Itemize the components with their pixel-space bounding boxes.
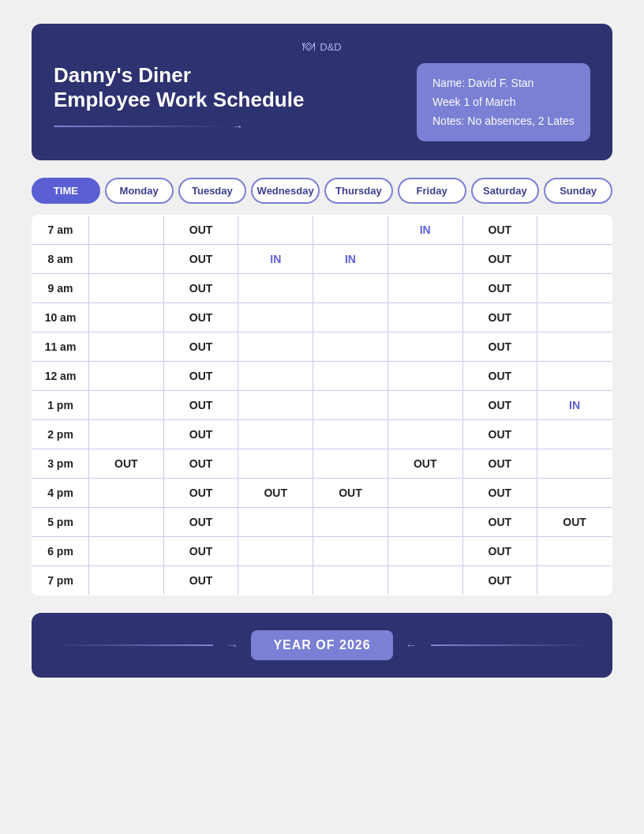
- header-body: Danny's Diner Employee Work Schedule → N…: [54, 63, 590, 141]
- cell-tue-7: OUT: [163, 420, 238, 449]
- cell-sat-6: OUT: [462, 391, 537, 420]
- cell-sat-12: OUT: [462, 566, 537, 595]
- footer-arrow-right: ←: [406, 638, 418, 652]
- time-cell-0: 7 am: [32, 216, 89, 245]
- cell-fri-2: [388, 274, 462, 303]
- header-card: 🍽 D&D Danny's Diner Employee Work Schedu…: [32, 24, 612, 160]
- cell-sat-8: OUT: [462, 449, 537, 479]
- table-row: 5 pmOUTOUTOUT: [32, 508, 612, 537]
- cell-wed-3: [238, 303, 313, 332]
- cell-tue-2: OUT: [163, 274, 238, 303]
- table-row: 9 amOUTOUT: [32, 274, 612, 303]
- info-week: Week 1 of March: [432, 93, 575, 112]
- cell-fri-0: IN: [388, 216, 462, 245]
- day-pill-friday[interactable]: Friday: [398, 178, 466, 204]
- cell-mon-10: [89, 508, 164, 537]
- cell-sat-3: OUT: [462, 303, 537, 332]
- footer-line-left: [54, 644, 213, 646]
- cell-fri-11: [388, 537, 462, 566]
- time-cell-4: 11 am: [32, 332, 89, 362]
- cell-thu-11: [313, 537, 388, 566]
- day-pill-tuesday[interactable]: Tuesday: [178, 178, 247, 204]
- cell-mon-9: [89, 479, 164, 508]
- cell-fri-10: [388, 508, 462, 537]
- cell-thu-8: [313, 449, 388, 479]
- cell-sun-11: [537, 537, 612, 566]
- footer-card: → YEAR OF 2026 ←: [32, 613, 612, 678]
- cell-wed-2: [238, 274, 313, 303]
- table-row: 7 amOUTINOUT: [32, 216, 612, 245]
- cell-tue-6: OUT: [163, 391, 238, 420]
- cell-thu-5: [313, 362, 388, 391]
- time-cell-3: 10 am: [32, 303, 89, 332]
- cell-mon-5: [89, 362, 164, 391]
- restaurant-icon: 🍽: [302, 39, 315, 54]
- table-row: 6 pmOUTOUT: [32, 537, 612, 566]
- cell-sat-10: OUT: [462, 508, 537, 537]
- cell-mon-12: [89, 566, 164, 595]
- cell-tue-12: OUT: [163, 566, 238, 595]
- cell-wed-11: [238, 537, 313, 566]
- day-pill-wednesday[interactable]: Wednesday: [251, 178, 320, 204]
- cell-fri-8: OUT: [388, 449, 462, 479]
- cell-thu-1: IN: [313, 245, 388, 274]
- cell-mon-8: OUT: [89, 449, 164, 479]
- cell-tue-9: OUT: [163, 479, 238, 508]
- time-cell-8: 3 pm: [32, 449, 89, 479]
- footer-year-label: YEAR OF 2026: [251, 630, 392, 660]
- table-row: 1 pmOUTOUTIN: [32, 391, 612, 420]
- cell-fri-5: [388, 362, 462, 391]
- day-pill-monday[interactable]: Monday: [105, 178, 174, 204]
- time-cell-11: 6 pm: [32, 537, 89, 566]
- cell-sun-0: [537, 216, 612, 245]
- cell-tue-4: OUT: [163, 332, 238, 362]
- cell-sun-1: [537, 245, 612, 274]
- cell-tue-8: OUT: [163, 449, 238, 479]
- day-pill-sunday[interactable]: Sunday: [544, 178, 612, 204]
- cell-thu-3: [313, 303, 388, 332]
- cell-wed-7: [238, 420, 313, 449]
- cell-sun-10: OUT: [537, 508, 612, 537]
- cell-mon-2: [89, 274, 164, 303]
- cell-sun-12: [537, 566, 612, 595]
- cell-mon-4: [89, 332, 164, 362]
- table-row: 7 pmOUTOUT: [32, 566, 612, 595]
- cell-fri-4: [388, 332, 462, 362]
- time-cell-6: 1 pm: [32, 391, 89, 420]
- info-box: Name: David F. Stan Week 1 of March Note…: [417, 63, 590, 141]
- cell-fri-3: [388, 303, 462, 332]
- cell-thu-10: [313, 508, 388, 537]
- cell-tue-5: OUT: [163, 362, 238, 391]
- cell-mon-6: [89, 391, 164, 420]
- cell-sun-4: [537, 332, 612, 362]
- logo-text: D&D: [320, 41, 341, 53]
- cell-sun-5: [537, 362, 612, 391]
- table-row: 8 amOUTININOUT: [32, 245, 612, 274]
- cell-tue-3: OUT: [163, 303, 238, 332]
- cell-sat-7: OUT: [462, 420, 537, 449]
- cell-sat-2: OUT: [462, 274, 537, 303]
- time-cell-10: 5 pm: [32, 508, 89, 537]
- cell-mon-3: [89, 303, 164, 332]
- cell-sun-8: [537, 449, 612, 479]
- cell-sun-6: IN: [537, 391, 612, 420]
- title-line2: Employee Work Schedule: [54, 88, 304, 112]
- table-row: 12 amOUTOUT: [32, 362, 612, 391]
- cell-sun-7: [537, 420, 612, 449]
- day-pill-thursday[interactable]: Thursday: [324, 178, 393, 204]
- cell-sat-1: OUT: [462, 245, 537, 274]
- info-notes: Notes: No absences, 2 Lates: [432, 112, 575, 131]
- cell-tue-1: OUT: [163, 245, 238, 274]
- time-cell-1: 8 am: [32, 245, 89, 274]
- cell-tue-10: OUT: [163, 508, 238, 537]
- cell-fri-12: [388, 566, 462, 595]
- cell-wed-12: [238, 566, 313, 595]
- cell-thu-7: [313, 420, 388, 449]
- day-pill-time[interactable]: TIME: [32, 178, 100, 204]
- table-row: 4 pmOUTOUTOUTOUT: [32, 479, 612, 508]
- cell-thu-4: [313, 332, 388, 362]
- cell-fri-9: [388, 479, 462, 508]
- day-pill-saturday[interactable]: Saturday: [471, 178, 540, 204]
- time-cell-9: 4 pm: [32, 479, 89, 508]
- table-row: 2 pmOUTOUT: [32, 420, 612, 449]
